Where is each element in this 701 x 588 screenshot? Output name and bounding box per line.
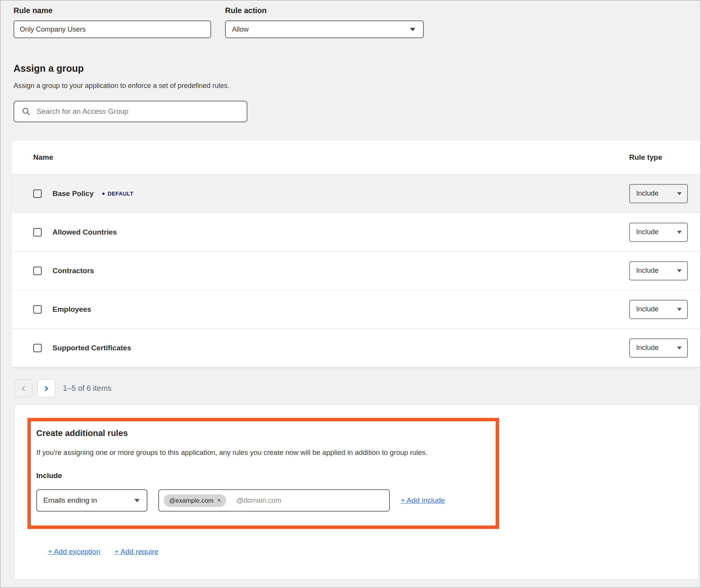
rule-type-dropdown[interactable]: Include: [629, 338, 688, 358]
email-domain-chip: @example.com ×: [164, 494, 226, 507]
assign-group-heading: Assign a group: [14, 63, 700, 74]
group-name: Allowed Countries: [52, 228, 117, 237]
group-name: Contractors: [52, 267, 94, 275]
search-icon: [22, 107, 30, 116]
page: Rule name Rule action Allow Assign a gro…: [0, 0, 701, 588]
rule-type-value: Include: [636, 228, 659, 236]
chevron-down-icon: [677, 231, 682, 234]
footer-links: + Add exception + Add require: [48, 547, 698, 556]
search-input[interactable]: [37, 107, 241, 116]
chip-label: @example.com: [169, 497, 213, 504]
include-label: Include: [36, 471, 486, 480]
rule-name-field: Rule name: [14, 6, 211, 38]
additional-rules-description: If you're assigning one or more groups t…: [36, 448, 486, 457]
rule-type-column-header: Rule type: [629, 153, 662, 162]
pagination-label: 1–5 of 6 items: [63, 384, 112, 393]
rule-action-select[interactable]: Allow: [225, 20, 424, 38]
add-require-link[interactable]: + Add require: [115, 547, 159, 556]
rule-type-value: Include: [636, 267, 659, 275]
rule-type-dropdown[interactable]: Include: [629, 184, 688, 203]
create-additional-rules-highlight: Create additional rules If you're assign…: [27, 418, 499, 529]
rule-type-value: Include: [636, 344, 659, 352]
row-name-cell: Contractors: [12, 267, 629, 275]
group-name: Supported Certificates: [52, 344, 131, 352]
rule-type-dropdown[interactable]: Include: [629, 261, 688, 280]
row-checkbox[interactable]: [33, 189, 42, 198]
include-rule-controls: Emails ending in @example.com × + Add in…: [36, 489, 486, 512]
chevron-down-icon: [134, 499, 140, 502]
row-rule-type-cell: Include: [629, 223, 690, 242]
table-row: Contractors Include: [12, 251, 700, 290]
row-rule-type-cell: Include: [629, 261, 690, 280]
additional-rules-heading: Create additional rules: [36, 428, 486, 438]
pagination: 1–5 of 6 items: [15, 379, 700, 397]
default-badge: DEFAULT: [102, 191, 134, 197]
row-checkbox[interactable]: [33, 344, 42, 352]
row-name-cell: Employees: [12, 305, 629, 314]
rule-type-value: Include: [636, 305, 659, 313]
chevron-left-icon: [22, 385, 27, 391]
badge-dot-icon: [102, 193, 105, 195]
name-column-header: Name: [33, 153, 53, 162]
email-domain-input-box[interactable]: @example.com ×: [158, 489, 390, 512]
rule-name-input[interactable]: [14, 20, 211, 38]
row-rule-type-cell: Include: [629, 184, 690, 203]
chevron-right-icon: [43, 385, 48, 391]
access-group-table: Name Rule type Base Policy DEFAULT Inclu…: [12, 141, 700, 367]
chevron-down-icon: [677, 269, 682, 272]
rule-name-label: Rule name: [14, 6, 211, 15]
group-table-body: Base Policy DEFAULT Include Allowed Coun…: [12, 174, 700, 367]
condition-value: Emails ending in: [43, 496, 97, 505]
row-checkbox[interactable]: [33, 267, 42, 275]
table-row: Employees Include: [12, 290, 700, 328]
chevron-down-icon: [677, 308, 682, 311]
rule-type-header-cell: Rule type: [629, 153, 690, 162]
rule-action-label: Rule action: [225, 6, 424, 15]
condition-select[interactable]: Emails ending in: [36, 489, 147, 512]
group-name: Base Policy: [52, 189, 94, 198]
previous-page-button[interactable]: [15, 379, 32, 397]
chevron-down-icon: [677, 192, 682, 195]
rule-type-dropdown[interactable]: Include: [629, 300, 688, 319]
rules-card: Create additional rules If you're assign…: [14, 404, 699, 579]
access-group-search[interactable]: [14, 101, 247, 122]
next-page-button[interactable]: [37, 379, 55, 397]
table-header: Name Rule type: [12, 141, 700, 174]
rule-form: Rule name Rule action Allow: [1, 1, 700, 38]
chevron-down-icon: [410, 28, 415, 31]
badge-label: DEFAULT: [108, 191, 134, 197]
chevron-down-icon: [677, 346, 682, 350]
assign-group-description: Assign a group to your application to en…: [14, 82, 700, 90]
chip-remove-icon[interactable]: ×: [217, 497, 221, 504]
email-domain-input[interactable]: [236, 497, 384, 505]
row-checkbox[interactable]: [33, 305, 42, 314]
row-checkbox[interactable]: [33, 228, 42, 237]
table-row: Base Policy DEFAULT Include: [12, 174, 700, 213]
row-rule-type-cell: Include: [629, 338, 690, 358]
rule-type-dropdown[interactable]: Include: [629, 223, 688, 242]
row-rule-type-cell: Include: [629, 300, 690, 319]
rule-type-value: Include: [636, 189, 659, 198]
rule-action-value: Allow: [232, 25, 249, 34]
row-name-cell: Allowed Countries: [12, 228, 629, 237]
row-name-cell: Base Policy DEFAULT: [12, 189, 629, 198]
rule-action-field: Rule action Allow: [225, 6, 424, 38]
add-include-link[interactable]: + Add include: [401, 496, 445, 505]
add-exception-link[interactable]: + Add exception: [48, 547, 100, 556]
group-name: Employees: [52, 305, 91, 314]
table-row: Allowed Countries Include: [12, 213, 700, 251]
row-name-cell: Supported Certificates: [12, 344, 629, 352]
name-header-cell: Name: [12, 153, 629, 162]
table-row: Supported Certificates Include: [12, 328, 700, 367]
